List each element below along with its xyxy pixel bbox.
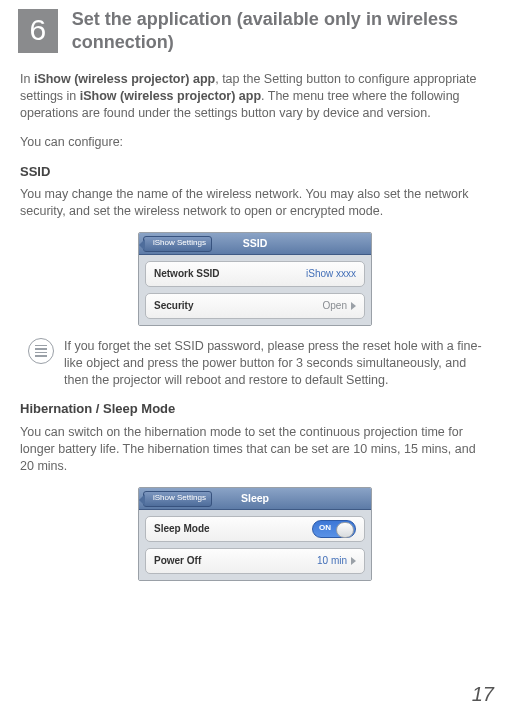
section-title: Set the application (available only in w… [72, 8, 518, 53]
ssid-heading: SSID [20, 163, 490, 181]
row-value: iShow xxxx [306, 267, 356, 281]
row-label: Sleep Mode [154, 522, 210, 536]
chevron-right-icon [351, 557, 356, 565]
text: In [20, 72, 34, 86]
panel-body: Sleep Mode ON Power Off 10 min [139, 510, 371, 580]
panel-titlebar: iShow Settings Sleep [139, 488, 371, 510]
step-number-badge: 6 [18, 9, 58, 53]
back-button[interactable]: iShow Settings [143, 491, 212, 507]
value-text: 10 min [317, 554, 347, 568]
power-off-row[interactable]: Power Off 10 min [145, 548, 365, 574]
app-name: iShow (wireless projector) app [34, 72, 215, 86]
ssid-description: You may change the name of the wireless … [20, 186, 490, 220]
sleep-heading: Hibernation / Sleep Mode [20, 400, 490, 418]
value-text: Open [323, 299, 347, 313]
panel-title: Sleep [241, 491, 269, 505]
panel-title: SSID [243, 236, 268, 250]
note-text: If you forget the set SSID password, ple… [64, 338, 490, 389]
sleep-settings-panel: iShow Settings Sleep Sleep Mode ON Power… [138, 487, 372, 581]
app-name: iShow (wireless projector) app [80, 89, 261, 103]
network-ssid-row[interactable]: Network SSID iShow xxxx [145, 261, 365, 287]
content-area: In iShow (wireless projector) app, tap t… [0, 63, 518, 581]
sleep-toggle[interactable]: ON [312, 520, 356, 538]
chevron-right-icon [351, 302, 356, 310]
ssid-settings-panel: iShow Settings SSID Network SSID iShow x… [138, 232, 372, 326]
row-label: Power Off [154, 554, 201, 568]
row-label: Network SSID [154, 267, 220, 281]
section-header: 6 Set the application (available only in… [0, 0, 518, 63]
intro-paragraph-1: In iShow (wireless projector) app, tap t… [20, 71, 490, 122]
panel-titlebar: iShow Settings SSID [139, 233, 371, 255]
back-button[interactable]: iShow Settings [143, 236, 212, 252]
page-number: 17 [472, 681, 494, 708]
sleep-mode-row[interactable]: Sleep Mode ON [145, 516, 365, 542]
ssid-note: If you forget the set SSID password, ple… [20, 338, 490, 389]
row-label: Security [154, 299, 193, 313]
row-value: Open [323, 299, 356, 313]
row-value: 10 min [317, 554, 356, 568]
sleep-description: You can switch on the hibernation mode t… [20, 424, 490, 475]
security-row[interactable]: Security Open [145, 293, 365, 319]
note-icon [28, 338, 54, 364]
panel-body: Network SSID iShow xxxx Security Open [139, 255, 371, 325]
intro-paragraph-2: You can configure: [20, 134, 490, 151]
